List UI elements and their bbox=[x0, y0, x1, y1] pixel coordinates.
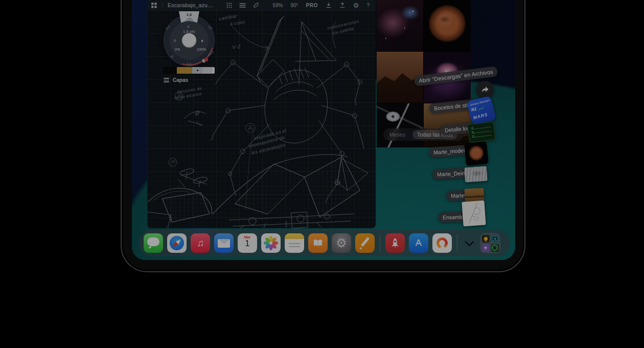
drag-thumbnail-assembly[interactable] bbox=[462, 201, 486, 227]
dock-divider bbox=[380, 234, 380, 252]
dock-app-clips[interactable] bbox=[432, 233, 452, 253]
share-arrow-button[interactable] bbox=[476, 81, 494, 98]
music-note-icon: ♫ bbox=[197, 237, 204, 249]
redirect-arrow-icon bbox=[480, 84, 490, 95]
dock-collapse-button[interactable] bbox=[463, 232, 476, 254]
dock: ♫ Mar 1 bbox=[139, 230, 510, 256]
dock-app-calendar[interactable]: Mar 1 bbox=[238, 233, 257, 253]
drag-thumbnail-logo[interactable] bbox=[467, 121, 496, 143]
dock-app-mail[interactable] bbox=[214, 233, 234, 253]
chevron-down-icon bbox=[465, 237, 474, 246]
drag-layer: Abrir “Descargas” en Archivos Bocetos de… bbox=[132, 0, 515, 260]
dock-app-music[interactable]: ♫ bbox=[191, 233, 210, 253]
dock-app-safari[interactable] bbox=[167, 233, 187, 253]
drag-thumbnail-mars[interactable] bbox=[464, 188, 484, 202]
dock-divider-2 bbox=[457, 234, 457, 252]
rocket-icon bbox=[389, 237, 401, 249]
photos-flower-icon bbox=[263, 235, 279, 251]
dock-app-appstore[interactable] bbox=[409, 233, 428, 253]
drag-thumbnail-mars-model[interactable] bbox=[464, 141, 489, 166]
appstore-a-icon bbox=[412, 236, 425, 250]
app-library-mini-lightbulb bbox=[482, 235, 490, 243]
dock-app-photos[interactable] bbox=[261, 233, 281, 253]
dock-app-sketch[interactable] bbox=[355, 233, 375, 253]
drag-thumbnail-mars-deimos[interactable] bbox=[464, 166, 488, 183]
ipad-screen: Escarabajo_azu… 59% 90° PRO bbox=[132, 0, 515, 260]
marketing-background: Escarabajo_azu… 59% 90° PRO bbox=[0, 0, 644, 348]
dock-app-library[interactable]: ★ bbox=[480, 233, 500, 253]
dock-app-messages[interactable] bbox=[144, 233, 163, 253]
dock-app-settings[interactable]: ⚙ bbox=[332, 233, 351, 253]
dock-app-rocket[interactable] bbox=[385, 233, 405, 253]
gear-large-icon: ⚙ bbox=[336, 236, 347, 250]
app-library-mini-camera bbox=[491, 235, 499, 243]
calendar-day: 1 bbox=[238, 239, 257, 249]
sticker-text-3: MARS bbox=[473, 112, 489, 120]
assembly-sketch bbox=[462, 201, 486, 227]
dock-app-notes[interactable] bbox=[285, 233, 304, 253]
dock-app-books[interactable] bbox=[308, 233, 328, 253]
app-library-mini-star: ★ bbox=[482, 244, 490, 252]
app-library-mini-clock bbox=[491, 244, 499, 252]
open-book-icon bbox=[311, 236, 325, 250]
